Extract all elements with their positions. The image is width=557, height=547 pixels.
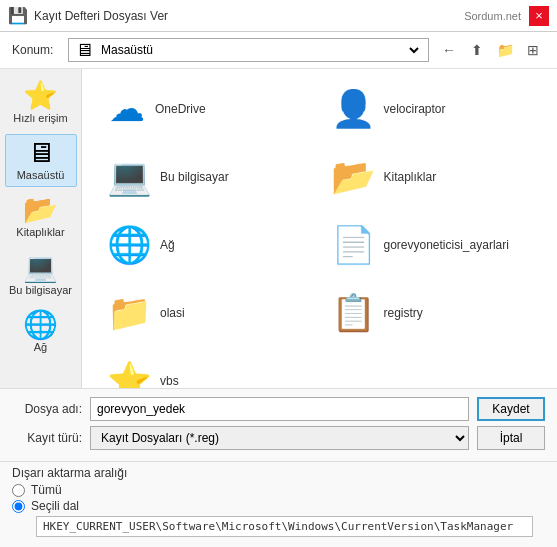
location-bar: Konum: 🖥 Masaüstü ← ⬆ 📁 ⊞ [0, 32, 557, 69]
export-section: Dışarı aktarma aralığı Tümü Seçili dal H… [0, 461, 557, 547]
sidebar-label-libraries: Kitaplıklar [16, 226, 64, 239]
save-button[interactable]: Kaydet [477, 397, 545, 421]
kitapliklar-icon: 📂 [331, 159, 376, 195]
file-item-gorevyoneticisi[interactable]: 📄 gorevyoneticisi_ayarlari [322, 213, 542, 277]
file-name-input-group: Kaydet [90, 397, 545, 421]
bottom-form: Dosya adı: Kaydet Kayıt türü: Kayıt Dosy… [0, 388, 557, 461]
libraries-icon: 📂 [23, 196, 58, 224]
file-name-ag: Ağ [160, 238, 175, 252]
desktop-icon: 🖥 [27, 139, 55, 167]
new-folder-button[interactable]: 📁 [493, 38, 517, 62]
file-type-label: Kayıt türü: [12, 431, 82, 445]
sidebar-item-quick-access[interactable]: ⭐ Hızlı erişim [5, 77, 77, 130]
ag-icon: 🌐 [107, 227, 152, 263]
toolbar-icons: ← ⬆ 📁 ⊞ [437, 38, 545, 62]
location-label: Konum: [12, 43, 60, 57]
radio-row-selected: Seçili dal [12, 499, 545, 513]
location-dropdown[interactable]: Masaüstü [97, 42, 422, 58]
cancel-button[interactable]: İptal [477, 426, 545, 450]
dialog-main: Konum: 🖥 Masaüstü ← ⬆ 📁 ⊞ ⭐ Hızlı erişim… [0, 32, 557, 547]
vbs-icon: ⭐ [107, 363, 152, 388]
title-bar-left: 💾 Kayıt Defteri Dosyası Ver [8, 6, 168, 25]
file-name-row: Dosya adı: Kaydet [12, 397, 545, 421]
file-name-onedrive: OneDrive [155, 102, 206, 116]
title-bar: 💾 Kayıt Defteri Dosyası Ver Sordum.net × [0, 0, 557, 32]
sidebar-label-quick-access: Hızlı erişim [13, 112, 67, 125]
this-pc-icon: 💻 [23, 254, 58, 282]
gorevyoneticisi-icon: 📄 [331, 227, 376, 263]
radio-selected[interactable] [12, 500, 25, 513]
sidebar-label-network: Ağ [34, 341, 47, 354]
title-bar-right: Sordum.net × [464, 6, 549, 26]
file-item-velociraptor[interactable]: 👤 velociraptor [322, 77, 542, 141]
velociraptor-icon: 👤 [331, 91, 376, 127]
export-title: Dışarı aktarma aralığı [12, 466, 545, 480]
file-item-kitapliklar[interactable]: 📂 Kitaplıklar [322, 145, 542, 209]
file-item-onedrive[interactable]: ☁ OneDrive [98, 77, 318, 141]
content-area: ⭐ Hızlı erişim 🖥 Masaüstü 📂 Kitaplıklar … [0, 69, 557, 388]
sidebar-label-this-pc: Bu bilgisayar [9, 284, 72, 297]
sidebar-item-this-pc[interactable]: 💻 Bu bilgisayar [5, 249, 77, 302]
dialog-title: Kayıt Defteri Dosyası Ver [34, 9, 168, 23]
dialog-icon: 💾 [8, 6, 28, 25]
up-button[interactable]: ⬆ [465, 38, 489, 62]
sidebar-item-network[interactable]: 🌐 Ağ [5, 306, 77, 359]
file-type-select[interactable]: Kayıt Dosyaları (*.reg)Tüm Dosyalar (*.*… [90, 426, 469, 450]
file-item-ag[interactable]: 🌐 Ağ [98, 213, 318, 277]
radio-row-all: Tümü [12, 483, 545, 497]
file-type-row: Kayıt türü: Kayıt Dosyaları (*.reg)Tüm D… [12, 426, 545, 450]
radio-selected-label: Seçili dal [31, 499, 79, 513]
close-button[interactable]: × [529, 6, 549, 26]
file-name-bu-bilgisayar: Bu bilgisayar [160, 170, 229, 184]
registry-icon: 📋 [331, 295, 376, 331]
brand-label: Sordum.net [464, 10, 521, 22]
radio-all-label: Tümü [31, 483, 62, 497]
file-name-label: Dosya adı: [12, 402, 82, 416]
radio-all[interactable] [12, 484, 25, 497]
file-name-olasi: olasi [160, 306, 185, 320]
sidebar: ⭐ Hızlı erişim 🖥 Masaüstü 📂 Kitaplıklar … [0, 69, 82, 388]
back-button[interactable]: ← [437, 38, 461, 62]
file-item-registry[interactable]: 📋 registry [322, 281, 542, 345]
file-name-gorevyoneticisi: gorevyoneticisi_ayarlari [384, 238, 509, 252]
sidebar-item-libraries[interactable]: 📂 Kitaplıklar [5, 191, 77, 244]
file-name-registry: registry [384, 306, 423, 320]
view-button[interactable]: ⊞ [521, 38, 545, 62]
quick-access-icon: ⭐ [23, 82, 58, 110]
registry-path: HKEY_CURRENT_USER\Software\Microsoft\Win… [36, 516, 533, 537]
file-item-vbs[interactable]: ⭐ vbs [98, 349, 318, 388]
bu-bilgisayar-icon: 💻 [107, 159, 152, 195]
location-select-container[interactable]: 🖥 Masaüstü [68, 38, 429, 62]
sidebar-item-desktop[interactable]: 🖥 Masaüstü [5, 134, 77, 187]
file-name-input[interactable] [90, 397, 469, 421]
file-grid: ☁ OneDrive 👤 velociraptor 💻 Bu bilgisaya… [82, 69, 557, 388]
network-icon: 🌐 [23, 311, 58, 339]
sidebar-label-desktop: Masaüstü [17, 169, 65, 182]
onedrive-icon: ☁ [107, 91, 147, 127]
file-type-input-group: Kayıt Dosyaları (*.reg)Tüm Dosyalar (*.*… [90, 426, 545, 450]
olasi-icon: 📁 [107, 295, 152, 331]
file-name-vbs: vbs [160, 374, 179, 388]
file-item-bu-bilgisayar[interactable]: 💻 Bu bilgisayar [98, 145, 318, 209]
file-name-velociraptor: velociraptor [384, 102, 446, 116]
file-item-olasi[interactable]: 📁 olasi [98, 281, 318, 345]
file-name-kitapliklar: Kitaplıklar [384, 170, 437, 184]
